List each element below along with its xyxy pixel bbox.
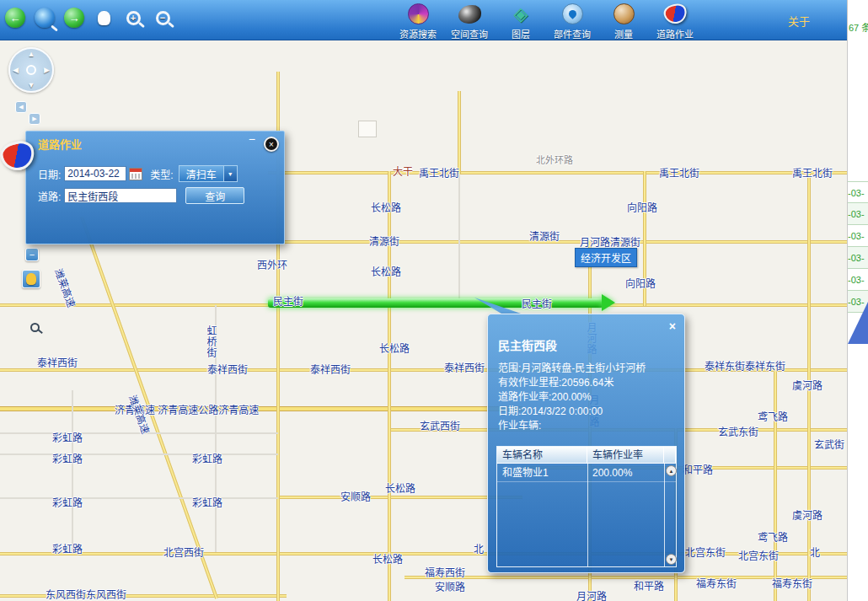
- map-road-label: 北宫西街: [163, 545, 204, 559]
- magnifier-button[interactable]: [26, 319, 43, 335]
- map-road-label: 玄武西街: [420, 418, 460, 432]
- road-segment: [458, 174, 460, 303]
- popup-close-icon[interactable]: [667, 318, 678, 335]
- type-dropdown[interactable]: 清扫车: [179, 165, 238, 182]
- calendar-icon[interactable]: [129, 168, 142, 180]
- map-road-label: 安顺路: [435, 579, 465, 593]
- full-extent-button[interactable]: [33, 6, 56, 30]
- map-road-label: 民主街: [273, 293, 303, 308]
- zoom-out-icon: [156, 11, 170, 25]
- cell-vehicle-name: 和盛物业1: [497, 464, 587, 481]
- tool-layers[interactable]: 图层: [499, 3, 543, 40]
- popup-info-line: 范围:月河路转盘-民主街小圩河桥: [498, 362, 678, 376]
- road-segment: [268, 171, 847, 174]
- pan-down-icon[interactable]: [28, 82, 35, 89]
- tool-measure[interactable]: 测量: [602, 3, 646, 40]
- table-row[interactable]: 和盛物业1 200.00%: [497, 464, 676, 482]
- map-road-label: 玄武街: [814, 437, 844, 451]
- pan-compass[interactable]: [8, 47, 54, 93]
- map-road-label: 福寿西街: [425, 565, 465, 579]
- pan-right-icon[interactable]: [44, 67, 50, 74]
- magnifier-icon: [30, 323, 40, 332]
- zoom-out-map-button[interactable]: [25, 248, 39, 261]
- map-road-label: 彩虹路: [52, 495, 83, 509]
- zoom-in-button[interactable]: [121, 6, 145, 30]
- map-road-label: 民主街: [522, 296, 552, 310]
- map-road-label: 长松路: [385, 480, 415, 495]
- collapse-left-icon[interactable]: [15, 101, 27, 113]
- map-road-label: 彩虹路: [52, 451, 83, 465]
- table-divider: [587, 464, 588, 566]
- resource-search-icon: [408, 3, 429, 24]
- col-scroll: [664, 447, 676, 463]
- minimize-button[interactable]: [249, 132, 255, 146]
- road-info-popup: 民主街西段 范围:月河路转盘-民主街小圩河桥有效作业里程:20596.64米道路…: [487, 314, 685, 573]
- tool-group: 资源搜索 空间查询 图层 部件查询 测量 道路作业: [396, 3, 697, 40]
- cell-vehicle-rate: 200.00%: [587, 464, 664, 481]
- map-road-label: 长松路: [371, 200, 401, 214]
- chevron-down-icon: [223, 166, 237, 181]
- map-road-label: 泰祥西街: [310, 362, 351, 376]
- scroll-up-icon[interactable]: [666, 465, 677, 476]
- road-direction-arrow-icon: [602, 294, 615, 311]
- road-operation-shield-icon: [0, 138, 38, 174]
- result-row[interactable]: -03-: [848, 225, 868, 247]
- toolbar: 资源搜索 空间查询 图层 部件查询 测量 道路作业 关于: [0, 0, 847, 40]
- dialog-close-icon[interactable]: [264, 137, 279, 152]
- map-road-label: 清源街: [529, 228, 560, 243]
- popup-info-line: 日期:2014/3/22 0:00:00: [498, 405, 678, 419]
- scroll-down-icon[interactable]: [666, 554, 677, 565]
- pan-tool-button[interactable]: [92, 6, 115, 30]
- map-road-label: 安顺路: [340, 489, 371, 503]
- spatial-query-icon: [458, 5, 481, 24]
- map-road-label: 西外环: [257, 257, 287, 271]
- collapse-right-icon[interactable]: [29, 113, 40, 125]
- map-road-label: 虞河路: [792, 507, 822, 522]
- tool-feature-query[interactable]: 部件查询: [550, 3, 594, 40]
- forward-button[interactable]: [62, 6, 86, 30]
- feature-query-icon: [562, 3, 583, 24]
- result-row[interactable]: -03-: [848, 181, 868, 203]
- zoom-out-button[interactable]: [151, 6, 174, 30]
- map-road-label: 长松路: [372, 551, 403, 566]
- tool-road-operation[interactable]: 道路作业: [653, 3, 697, 40]
- road-label: 道路:: [38, 189, 61, 203]
- pan-left-icon[interactable]: [13, 67, 19, 74]
- road-segment: [0, 497, 278, 499]
- map-road-label: 虹桥街: [204, 325, 218, 358]
- compass-center[interactable]: [26, 65, 36, 75]
- tool-spatial-query[interactable]: 空间查询: [447, 3, 491, 40]
- map-road-label: 福寿东街: [696, 576, 737, 590]
- map-road-label: 和平路: [634, 578, 664, 593]
- road-segment: [458, 91, 461, 174]
- map-road-label: 泰祥西街: [444, 360, 485, 374]
- back-button[interactable]: [3, 6, 27, 30]
- pan-hand-icon: [26, 273, 36, 285]
- vehicle-table-header: 车辆名称 车辆作业率: [497, 447, 676, 464]
- about-link[interactable]: 关于: [788, 13, 810, 29]
- map-road-label: 鸢飞路: [758, 409, 788, 423]
- map-road-label: 清源街: [369, 233, 399, 248]
- app-window: 大干禹王北街北外环路禹王北街禹王北街向阳路长松路清源街清源街月河路清源街西外环长…: [0, 0, 868, 601]
- type-label: 类型:: [150, 167, 173, 181]
- map-road-label: 北: [810, 545, 820, 559]
- date-input[interactable]: [64, 166, 126, 181]
- map-road-label: 长松路: [379, 341, 410, 355]
- query-button[interactable]: 查询: [185, 187, 244, 204]
- result-row[interactable]: -03-: [848, 269, 868, 291]
- result-row[interactable]: -03-: [848, 247, 868, 269]
- pan-up-icon[interactable]: [28, 51, 35, 58]
- road-input[interactable]: [64, 188, 177, 203]
- tool-resource-search[interactable]: 资源搜索: [396, 3, 440, 40]
- map-road-label: 泰祥东街泰祥东街: [705, 358, 785, 373]
- map-road-label: 和平路: [683, 462, 713, 476]
- highlighted-road-segment[interactable]: [268, 298, 603, 308]
- map-road-label: 彩虹路: [52, 430, 83, 444]
- popup-info-line: 道路作业率:200.00%: [498, 390, 678, 405]
- type-value: 清扫车: [179, 167, 223, 181]
- vehicle-table-body: 和盛物业1 200.00%: [497, 464, 676, 566]
- result-row[interactable]: -03-: [848, 203, 868, 225]
- pan-hand-button[interactable]: [22, 270, 40, 288]
- map-canvas[interactable]: 大干禹王北街北外环路禹王北街禹王北街向阳路长松路清源街清源街月河路清源街西外环长…: [0, 40, 847, 601]
- measure-icon: [613, 3, 635, 24]
